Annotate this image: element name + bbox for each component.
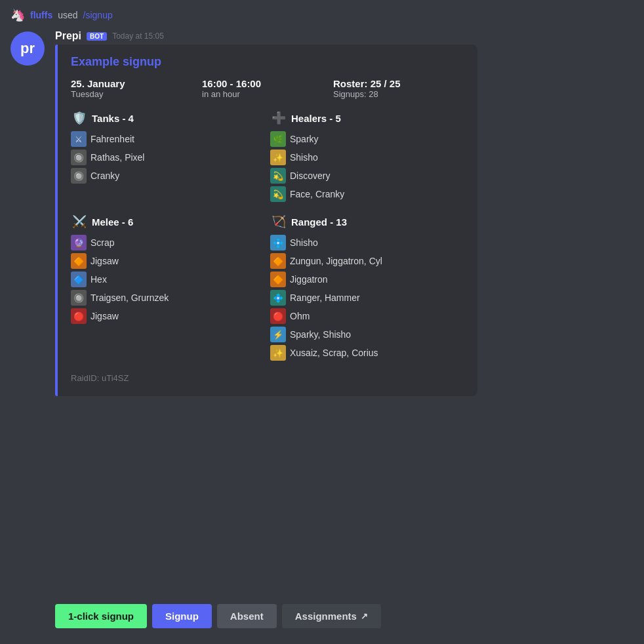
member-name: Jigsaw [91,256,119,266]
healers-header: ➕ Healers - 5 [270,110,464,127]
raid-id: RaidID: uTi4SZ [71,373,464,383]
class-icon: ⚔ [71,131,87,147]
bot-name: Prepi [55,30,81,42]
member-name: Ohm [290,311,310,321]
class-icon: 🔘 [71,150,87,165]
message-timestamp: Today at 15:05 [112,31,164,41]
list-item: 🔘 Traigsen, Grurnzek [71,289,265,306]
list-item: 🔶 Zungun, Jiggatron, Cyl [270,252,464,270]
class-icon: 🔘 [71,168,87,184]
melee-label: Melee - 6 [92,216,133,228]
role-melee: ⚔️ Melee - 6 🔮 Scrap 🔶 Jigsaw 🔷 [71,213,265,361]
melee-icon: ⚔️ [71,213,88,230]
class-icon: 🌿 [270,131,286,147]
role-ranged: 🏹 Ranged - 13 💠 Shisho 🔶 Zungun, Jiggatr… [270,213,464,361]
member-name: Shisho [290,237,318,248]
list-item: 🔮 Scrap [71,234,265,251]
signup-button[interactable]: Signup [152,604,212,628]
command-text: /signup [83,10,113,20]
member-name: Traigsen, Grurnzek [91,292,169,303]
member-name: Shisho [290,152,318,163]
member-name: Rathas, Pixel [91,152,144,163]
message-area: pr Prepi BOT Today at 15:05 Example sign… [0,25,644,594]
command-bar: 🦄 fluffs used /signup [0,0,644,25]
member-name: Cranky [91,171,119,181]
event-meta: 25. January Tuesday 16:00 - 16:00 in an … [71,78,464,99]
event-time-relative: in an hour [202,89,333,99]
melee-header: ⚔️ Melee - 6 [71,213,265,230]
command-username: fluffs [30,10,52,20]
member-name: Zungun, Jiggatron, Cyl [290,256,382,266]
list-item: 🔘 Cranky [71,167,265,184]
external-link-icon: ↗ [361,611,368,621]
class-icon: 💠 [270,290,286,306]
list-item: 🔘 Rathas, Pixel [71,149,265,166]
class-icon: 💠 [270,235,286,251]
list-item: ✨ Xusaiz, Scrap, Corius [270,344,464,361]
list-item: ✨ Shisho [270,149,464,166]
event-day: Tuesday [71,89,202,99]
unicorn-icon: 🦄 [10,8,25,22]
assignments-button[interactable]: Assignments ↗ [282,604,381,628]
embed-title: Example signup [71,55,464,69]
list-item: ⚔ Fahrenheit [71,131,265,148]
event-date: 25. January [71,78,202,89]
list-item: 💠 Ranger, Hammer [270,289,464,306]
roles-grid: 🛡️ Tanks - 4 ⚔ Fahrenheit 🔘 Rathas, Pixe… [71,110,464,361]
event-time: 16:00 - 16:00 [202,78,333,89]
class-icon: ⚡ [270,327,286,342]
member-name: Discovery [290,171,330,181]
tanks-icon: 🛡️ [71,110,88,127]
ranged-icon: 🏹 [270,213,287,230]
list-item: 💠 Shisho [270,234,464,251]
list-item: 🌿 Sparky [270,131,464,148]
member-name: Sparky, Shisho [290,329,351,340]
member-name: Jiggatron [290,274,328,285]
list-item: 💫 Discovery [270,167,464,184]
role-tanks: 🛡️ Tanks - 4 ⚔ Fahrenheit 🔘 Rathas, Pixe… [71,110,265,203]
embed-card: Example signup 25. January Tuesday 16:00… [58,45,477,396]
class-icon: 💫 [270,168,286,184]
class-icon: 💫 [270,186,286,202]
list-item: 🔷 Hex [71,271,265,288]
event-signups: Signups: 28 [333,89,464,99]
member-name: Xusaiz, Scrap, Corius [290,348,378,358]
member-name: Ranger, Hammer [290,292,360,303]
list-item: 🔴 Ohm [270,308,464,325]
embed-wrapper: Example signup 25. January Tuesday 16:00… [55,45,634,396]
member-name: Sparky [290,134,319,144]
class-icon: 🔶 [270,253,286,269]
member-name: Fahrenheit [91,134,134,144]
member-name: Face, Cranky [290,189,344,199]
member-name: Scrap [91,237,115,248]
ranged-header: 🏹 Ranged - 13 [270,213,464,230]
class-icon: 🔮 [71,235,87,251]
one-click-signup-button[interactable]: 1-click signup [55,604,147,628]
class-icon: 🔴 [71,308,87,324]
list-item: 💫 Face, Cranky [270,186,464,203]
ranged-label: Ranged - 13 [291,216,347,228]
absent-button[interactable]: Absent [217,604,277,628]
message-header: Prepi BOT Today at 15:05 [55,30,634,42]
command-used-text: used [58,10,77,20]
tanks-label: Tanks - 4 [92,113,134,124]
bot-badge: BOT [87,32,107,41]
role-healers: ➕ Healers - 5 🌿 Sparky ✨ Shisho 💫 [270,110,464,203]
class-icon: ✨ [270,345,286,361]
tanks-header: 🛡️ Tanks - 4 [71,110,265,127]
class-icon: 🔷 [71,272,87,287]
list-item: 🔴 Jigsaw [71,308,265,325]
message-content: Prepi BOT Today at 15:05 Example signup … [55,30,634,583]
member-name: Hex [91,274,107,285]
list-item: 🔶 Jiggatron [270,271,464,288]
member-name: Jigsaw [91,311,119,321]
event-roster: Roster: 25 / 25 [333,78,464,89]
list-item: 🔶 Jigsaw [71,252,265,270]
class-icon: 🔴 [270,308,286,324]
class-icon: 🔘 [71,290,87,306]
healers-label: Healers - 5 [291,113,341,124]
avatar: pr [10,31,45,66]
class-icon: ✨ [270,150,286,165]
healers-icon: ➕ [270,110,287,127]
class-icon: 🔶 [71,253,87,269]
